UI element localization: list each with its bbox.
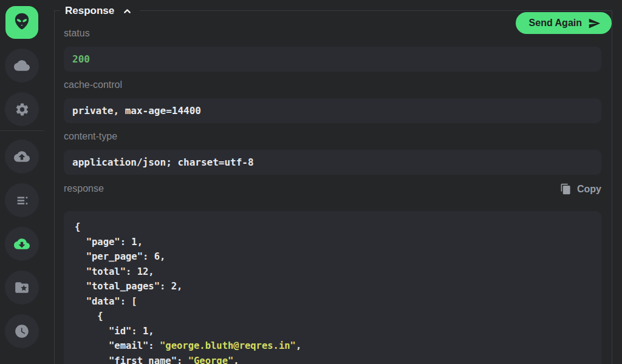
- sidebar-item-download[interactable]: [5, 227, 39, 261]
- response-label: response: [64, 183, 104, 195]
- sidebar-item-collections[interactable]: [5, 271, 39, 305]
- content-type-label: content-type: [64, 131, 601, 143]
- cache-control-value: private, max-age=14400: [72, 105, 201, 116]
- send-again-label: Send Again: [529, 18, 582, 29]
- response-body[interactable]: { "page": 1, "per_page": 6, "total": 12,…: [64, 211, 601, 364]
- content-type-value-field[interactable]: application/json; charset=utf-8: [64, 150, 601, 175]
- panel-title-text: Response: [65, 3, 114, 19]
- cloud-upload-icon: [14, 149, 30, 164]
- cloud-icon: [14, 58, 30, 73]
- sidebar: [0, 0, 44, 364]
- cache-control-label: cache-control: [64, 79, 601, 91]
- status-value-field[interactable]: 200: [64, 47, 601, 72]
- sidebar-item-upload[interactable]: [5, 140, 39, 174]
- send-again-button[interactable]: Send Again: [516, 12, 612, 34]
- response-panel-header[interactable]: Response: [60, 3, 140, 19]
- sidebar-item-history[interactable]: [5, 314, 39, 348]
- clock-icon: [14, 323, 30, 339]
- list-icon: [15, 193, 30, 208]
- alien-icon: [12, 11, 32, 34]
- copy-icon: [560, 183, 572, 195]
- content-type-value: application/json; charset=utf-8: [72, 157, 254, 168]
- copy-button[interactable]: Copy: [560, 183, 601, 195]
- send-icon: [588, 17, 601, 30]
- copy-label: Copy: [577, 184, 601, 195]
- gear-icon: [15, 102, 30, 117]
- cloud-download-icon: [14, 236, 30, 252]
- response-panel: Response Send Again status 200 cache-con…: [54, 10, 612, 364]
- sidebar-divider: [0, 130, 44, 131]
- sidebar-item-cloud[interactable]: [5, 49, 39, 83]
- folder-star-icon: [14, 280, 30, 295]
- chevron-up-icon: [122, 6, 132, 16]
- response-row: response Copy: [64, 183, 601, 195]
- cache-control-value-field[interactable]: private, max-age=14400: [64, 98, 601, 123]
- sidebar-item-requests[interactable]: [5, 183, 39, 217]
- logo-button[interactable]: [5, 6, 38, 39]
- status-value: 200: [72, 53, 90, 65]
- panel-content: status 200 cache-control private, max-ag…: [55, 11, 612, 364]
- sidebar-item-settings[interactable]: [5, 92, 39, 126]
